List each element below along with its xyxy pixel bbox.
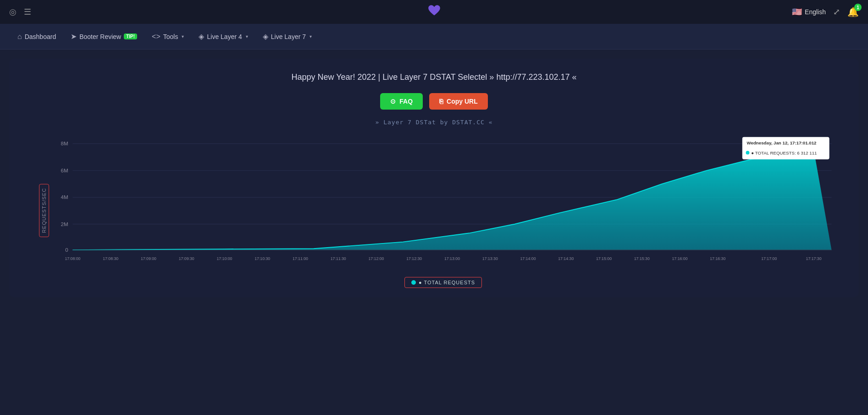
nav-item-live-layer7[interactable]: ◈ Live Layer 7 ▾ [256,28,318,44]
nav-item-tools[interactable]: <> Tools ▾ [145,29,190,44]
svg-text:8M: 8M [61,140,68,146]
faq-label: FAQ [399,98,413,105]
topbar-left: ◎ ☰ [9,7,31,17]
y-axis-label: REQUESTS/SEC [39,184,49,237]
svg-text:17:08:00: 17:08:00 [65,256,80,261]
layer4-chevron-icon: ▾ [246,34,248,39]
chart-container: Happy New Year! 2022 | Live Layer 7 DSTA… [9,59,859,297]
notification-count: 1 [854,4,862,11]
language-selector[interactable]: 🇺🇸 English [792,7,826,17]
svg-text:4M: 4M [61,194,68,200]
svg-text:17:17:00: 17:17:00 [761,256,777,261]
nav-item-booter-review[interactable]: ➤ Booter Review TIP! [64,28,144,44]
svg-text:17:15:00: 17:15:00 [596,256,612,261]
layer7-chevron-icon: ▾ [310,34,312,39]
svg-text:17:11:00: 17:11:00 [293,256,308,261]
svg-text:0: 0 [65,247,68,253]
svg-text:17:16:30: 17:16:30 [710,256,725,261]
svg-text:17:13:00: 17:13:00 [444,256,460,261]
topbar-logo-container [427,4,442,20]
svg-text:● TOTAL REQUESTS: 6 312 111: ● TOTAL REQUESTS: 6 312 111 [751,150,817,155]
chart-tooltip-group: Wednesday, Jan 12, 17:17:01.012 ● TOTAL … [742,137,829,160]
svg-text:17:16:00: 17:16:00 [672,256,687,261]
language-label: English [805,8,826,16]
chart-subtitle: » Layer 7 DSTat by DSTAT.CC « [18,119,850,126]
nav-item-live-layer4[interactable]: ◈ Live Layer 4 ▾ [192,28,254,44]
flag-icon: 🇺🇸 [792,7,802,17]
chart-area-fill [72,149,831,250]
svg-text:17:14:30: 17:14:30 [558,256,574,261]
tools-chevron-icon: ▾ [182,34,184,39]
brand-logo [427,4,442,18]
svg-text:17:14:00: 17:14:00 [520,256,536,261]
chart-wrapper: REQUESTS/SEC 8M 6M 4M [18,133,850,288]
nav-label-booter-review: Booter Review [79,33,121,40]
topbar-right: 🇺🇸 English ⤢ 🔔 1 [792,6,859,17]
legend-dot [411,280,416,285]
svg-text:17:09:00: 17:09:00 [141,256,156,261]
svg-text:17:10:30: 17:10:30 [254,256,270,261]
chart-title: Happy New Year! 2022 | Live Layer 7 DSTA… [18,72,850,82]
svg-point-33 [746,151,750,155]
copy-icon: ⎘ [439,98,443,105]
main-content: Happy New Year! 2022 | Live Layer 7 DSTA… [0,50,868,306]
svg-text:17:09:30: 17:09:30 [179,256,194,261]
layer4-icon: ◈ [199,32,204,41]
topbar: ◎ ☰ 🇺🇸 English ⤢ 🔔 1 [0,0,868,24]
svg-text:17:12:30: 17:12:30 [406,256,422,261]
nav-label-live-layer4: Live Layer 4 [207,33,242,40]
copy-url-label: Copy URL [447,98,478,105]
layer7-icon: ◈ [263,32,268,41]
chart-buttons: ⊙ FAQ ⎘ Copy URL [18,93,850,110]
svg-text:17:11:30: 17:11:30 [331,256,346,261]
svg-text:17:13:30: 17:13:30 [482,256,498,261]
nav-item-dashboard[interactable]: ⌂ Dashboard [11,29,62,44]
svg-text:17:08:30: 17:08:30 [103,256,118,261]
notification-bell[interactable]: 🔔 1 [847,6,859,17]
faq-circle-icon: ⊙ [390,98,396,105]
svg-text:17:17:30: 17:17:30 [806,256,822,261]
svg-text:Wednesday, Jan 12, 17:17:01.01: Wednesday, Jan 12, 17:17:01.012 [747,140,817,145]
svg-text:6M: 6M [61,167,68,173]
home-icon: ⌂ [17,33,22,41]
nav-label-tools: Tools [163,33,178,40]
code-icon: <> [152,33,160,41]
svg-text:17:15:30: 17:15:30 [634,256,650,261]
chart-legend: ● TOTAL REQUESTS [46,277,840,288]
legend-item-total-requests[interactable]: ● TOTAL REQUESTS [404,277,482,288]
nav-label-live-layer7: Live Layer 7 [271,33,306,40]
copy-url-button[interactable]: ⎘ Copy URL [429,93,488,110]
chart-svg: 8M 6M 4M 2M 0 17:08:00 17:08:30 17:09:00… [46,133,840,271]
svg-text:17:12:00: 17:12:00 [368,256,384,261]
svg-text:2M: 2M [61,221,68,227]
fullscreen-icon[interactable]: ⤢ [833,7,840,17]
faq-button[interactable]: ⊙ FAQ [380,93,423,110]
send-icon: ➤ [71,32,77,41]
navbar: ⌂ Dashboard ➤ Booter Review TIP! <> Tool… [0,24,868,50]
svg-text:17:10:00: 17:10:00 [216,256,232,261]
tip-badge: TIP! [124,33,137,39]
menu-icon[interactable]: ☰ [24,7,31,17]
legend-label: ● TOTAL REQUESTS [419,280,475,285]
compass-icon[interactable]: ◎ [9,7,17,17]
nav-label-dashboard: Dashboard [25,33,56,40]
